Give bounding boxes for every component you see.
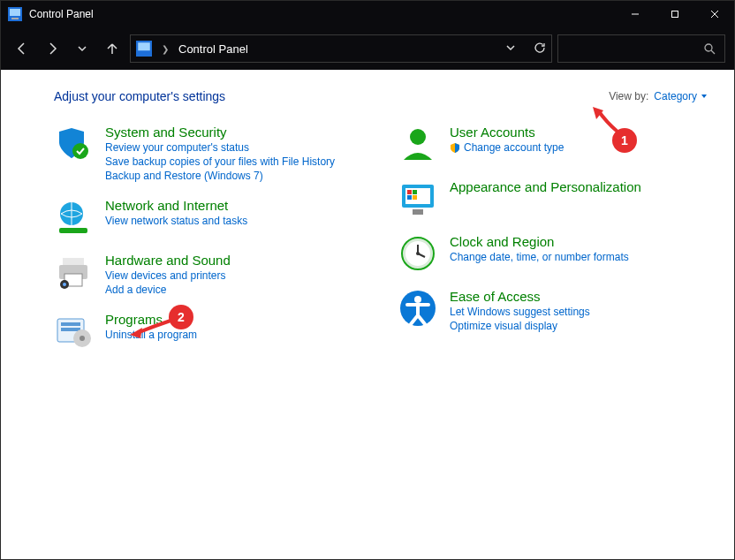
cat-link[interactable]: Save backup copies of your files with Fi… bbox=[105, 155, 335, 168]
cat-title[interactable]: Hardware and Sound bbox=[105, 253, 231, 268]
globe-icon bbox=[54, 198, 93, 237]
address-text: Control Panel bbox=[178, 42, 248, 56]
clock-icon bbox=[398, 234, 437, 273]
right-column: User Accounts Change account type Appear… bbox=[398, 125, 708, 351]
cat-link[interactable]: Review your computer's status bbox=[105, 141, 335, 154]
maximize-button[interactable] bbox=[655, 1, 694, 27]
window-title: Control Panel bbox=[29, 8, 94, 20]
search-box[interactable] bbox=[557, 34, 725, 63]
svg-point-9 bbox=[705, 44, 712, 51]
viewby-value: Category bbox=[654, 90, 697, 102]
svg-point-24 bbox=[410, 129, 426, 145]
svg-point-11 bbox=[72, 143, 88, 159]
cat-ease-of-access: Ease of Access Let Windows suggest setti… bbox=[398, 289, 708, 332]
cat-title[interactable]: Appearance and Personalization bbox=[450, 179, 641, 194]
viewby-dropdown[interactable]: Category bbox=[654, 90, 708, 102]
recent-dropdown[interactable] bbox=[70, 36, 95, 61]
chevron-right-icon: ❯ bbox=[159, 44, 171, 54]
svg-rect-28 bbox=[413, 190, 417, 194]
chevron-down-icon bbox=[701, 93, 708, 100]
uac-shield-icon bbox=[450, 142, 460, 153]
nav-row: ❯ Control Panel bbox=[1, 27, 734, 70]
cat-appearance: Appearance and Personalization bbox=[398, 179, 708, 218]
page-heading: Adjust your computer's settings bbox=[54, 89, 225, 103]
svg-rect-2 bbox=[11, 18, 19, 19]
up-button[interactable] bbox=[100, 36, 125, 61]
svg-rect-1 bbox=[10, 9, 20, 16]
minimize-button[interactable] bbox=[615, 1, 655, 27]
cat-link[interactable]: Change account type bbox=[450, 141, 564, 154]
cat-title[interactable]: Clock and Region bbox=[450, 234, 629, 249]
title-left: Control Panel bbox=[1, 7, 94, 21]
header-row: Adjust your computer's settings View by:… bbox=[54, 89, 708, 103]
svg-point-38 bbox=[414, 296, 421, 303]
refresh-button[interactable] bbox=[534, 42, 546, 57]
svg-point-23 bbox=[80, 336, 85, 341]
cat-title[interactable]: Network and Internet bbox=[105, 198, 247, 213]
svg-rect-4 bbox=[671, 11, 678, 18]
cat-link[interactable]: Let Windows suggest settings bbox=[450, 306, 590, 318]
window-controls bbox=[615, 1, 734, 27]
accessibility-icon bbox=[398, 289, 437, 328]
svg-rect-21 bbox=[61, 328, 80, 331]
address-icon bbox=[136, 41, 152, 57]
cat-link[interactable]: Add a device bbox=[105, 284, 231, 296]
address-dropdown-icon[interactable] bbox=[505, 42, 516, 56]
svg-rect-15 bbox=[63, 258, 84, 265]
annotation-badge-2: 2 bbox=[169, 305, 193, 329]
svg-rect-27 bbox=[407, 190, 412, 194]
printer-icon bbox=[54, 253, 93, 291]
annotation-arrow-2 bbox=[130, 317, 174, 338]
svg-rect-31 bbox=[413, 209, 423, 215]
user-icon bbox=[398, 125, 437, 163]
cat-link[interactable]: Optimize visual display bbox=[450, 320, 590, 332]
cat-title[interactable]: User Accounts bbox=[450, 125, 564, 140]
content-area: Adjust your computer's settings View by:… bbox=[1, 70, 734, 559]
svg-rect-30 bbox=[413, 195, 417, 200]
cat-programs: Programs Uninstall a program bbox=[54, 312, 363, 351]
svg-line-10 bbox=[711, 50, 715, 54]
cat-clock-region: Clock and Region Change date, time, or n… bbox=[398, 234, 708, 273]
cat-link[interactable]: Backup and Restore (Windows 7) bbox=[105, 170, 335, 182]
left-column: System and Security Review your computer… bbox=[54, 125, 363, 351]
cat-link[interactable]: View network status and tasks bbox=[105, 215, 247, 227]
viewby-control: View by: Category bbox=[609, 90, 708, 102]
cat-link[interactable]: View devices and printers bbox=[105, 269, 231, 282]
cat-system-security: System and Security Review your computer… bbox=[54, 125, 363, 182]
svg-rect-29 bbox=[407, 195, 412, 200]
cat-hardware: Hardware and Sound View devices and prin… bbox=[54, 253, 363, 296]
shield-icon bbox=[54, 125, 93, 163]
cat-link-text: Change account type bbox=[464, 141, 564, 154]
svg-rect-8 bbox=[138, 42, 150, 50]
titlebar: Control Panel bbox=[1, 1, 734, 27]
cat-network: Network and Internet View network status… bbox=[54, 198, 363, 237]
svg-point-36 bbox=[416, 252, 420, 255]
search-icon bbox=[704, 43, 716, 55]
cat-title[interactable]: Ease of Access bbox=[450, 289, 590, 304]
cat-user-accounts: User Accounts Change account type bbox=[398, 125, 708, 163]
annotation-badge-1: 1 bbox=[612, 128, 637, 153]
svg-rect-20 bbox=[61, 322, 80, 326]
programs-icon bbox=[54, 312, 93, 351]
cat-link[interactable]: Change date, time, or number formats bbox=[450, 251, 629, 263]
viewby-label: View by: bbox=[609, 90, 648, 102]
svg-point-18 bbox=[63, 283, 66, 286]
cat-title[interactable]: System and Security bbox=[105, 125, 335, 140]
svg-rect-13 bbox=[59, 228, 87, 233]
close-button[interactable] bbox=[694, 1, 734, 27]
monitor-icon bbox=[398, 179, 437, 218]
control-panel-window: Control Panel ❯ Control Panel Adjust you… bbox=[0, 0, 735, 560]
control-panel-icon bbox=[8, 7, 22, 21]
address-bar[interactable]: ❯ Control Panel bbox=[130, 34, 552, 63]
forward-button[interactable] bbox=[40, 36, 64, 61]
back-button[interactable] bbox=[10, 36, 34, 61]
